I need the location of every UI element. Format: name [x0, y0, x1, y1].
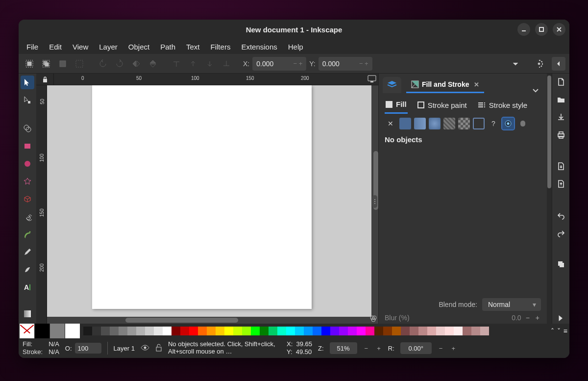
blur-increase-button[interactable]: +	[534, 314, 541, 322]
palette-swatch[interactable]	[418, 327, 427, 335]
y-input[interactable]: 0.000− +	[318, 57, 372, 71]
pencil-tool[interactable]	[21, 245, 34, 259]
stroke-style-subtab[interactable]: Stroke style	[477, 97, 528, 114]
more-commands-icon[interactable]	[556, 313, 566, 324]
paint-inherit-icon[interactable]	[517, 118, 529, 129]
select-all-icon[interactable]	[23, 57, 36, 71]
paint-flat-icon[interactable]	[399, 118, 411, 129]
color-manage-icon[interactable]	[368, 314, 378, 324]
palette-swatch[interactable]	[101, 327, 110, 335]
menu-view[interactable]: View	[68, 41, 93, 53]
display-mode-icon[interactable]	[368, 75, 376, 84]
menu-text[interactable]: Text	[181, 41, 205, 53]
shape-builder-tool[interactable]	[21, 122, 34, 135]
new-document-icon[interactable]	[556, 76, 566, 87]
palette-prev-icon[interactable]: ˄	[551, 327, 554, 335]
raise-icon[interactable]	[186, 57, 200, 71]
toolbar-collapse-button[interactable]	[552, 57, 565, 71]
paint-unset-icon[interactable]	[502, 118, 514, 129]
palette-swatch[interactable]	[277, 327, 286, 335]
raise-top-icon[interactable]	[170, 57, 183, 71]
selector-tool[interactable]	[21, 76, 34, 89]
ruler-lock-icon[interactable]	[36, 74, 54, 85]
palette-next-icon[interactable]: ˅	[557, 327, 561, 335]
palette-swatch[interactable]	[172, 327, 180, 335]
palette-swatch[interactable]	[83, 327, 92, 335]
dock-handle-icon[interactable]	[372, 195, 377, 208]
redo-icon[interactable]	[556, 228, 566, 238]
palette-none-swatch[interactable]	[20, 324, 34, 338]
palette-swatch[interactable]	[119, 327, 127, 335]
close-button[interactable]	[553, 23, 565, 36]
3dbox-tool[interactable]	[21, 192, 34, 206]
calligraphy-tool[interactable]	[21, 263, 34, 277]
stroke-paint-subtab[interactable]: Stroke paint	[416, 97, 468, 114]
undo-icon[interactable]	[556, 210, 566, 221]
rotation-dec-button[interactable]: −	[438, 345, 444, 352]
palette-swatch[interactable]	[357, 327, 366, 335]
horizontal-scrollbar[interactable]	[125, 318, 238, 323]
paint-mesh-icon[interactable]	[458, 118, 470, 129]
close-tab-icon[interactable]: ✕	[474, 81, 479, 88]
flip-horizontal-icon[interactable]	[129, 57, 143, 71]
palette-swatch[interactable]	[207, 327, 216, 335]
palette-swatch[interactable]	[445, 327, 454, 335]
fill-subtab[interactable]: Fill	[385, 97, 408, 114]
palette-swatch[interactable]	[163, 327, 172, 335]
rotation-input[interactable]: 0.00°	[400, 342, 432, 354]
palette-swatch[interactable]	[304, 327, 313, 335]
palette-swatch[interactable]	[471, 327, 480, 335]
palette-gray-swatch[interactable]	[50, 324, 65, 338]
select-all-layers-icon[interactable]	[39, 57, 53, 71]
menu-object[interactable]: Object	[123, 41, 154, 53]
deselect-icon[interactable]	[56, 57, 70, 71]
menu-filters[interactable]: Filters	[206, 41, 236, 53]
copy-icon[interactable]	[556, 259, 566, 270]
ruler-vertical[interactable]: 50 100 150 200	[36, 85, 47, 324]
minimize-button[interactable]	[517, 23, 530, 36]
rotation-inc-button[interactable]: +	[450, 345, 457, 352]
paint-linear-gradient-icon[interactable]	[414, 118, 426, 129]
spiral-tool[interactable]	[21, 210, 34, 224]
palette-swatch[interactable]	[189, 327, 198, 335]
palette-swatch[interactable]	[339, 327, 348, 335]
paint-swatch-icon[interactable]	[473, 118, 485, 129]
menu-file[interactable]: File	[22, 41, 43, 53]
palette-swatch[interactable]	[127, 327, 136, 335]
text-tool[interactable]: A	[21, 280, 34, 294]
palette-swatch[interactable]	[392, 327, 401, 335]
palette-swatch[interactable]	[436, 327, 445, 335]
blend-mode-select[interactable]: Normal	[482, 298, 541, 311]
palette-swatch[interactable]	[454, 327, 463, 335]
toggle-selection-icon[interactable]	[73, 57, 86, 71]
dimensions-dropdown-icon[interactable]	[509, 57, 522, 71]
palette-swatch[interactable]	[269, 327, 277, 335]
palette-swatch[interactable]	[260, 327, 269, 335]
palette-swatch[interactable]	[463, 327, 471, 335]
rotate-ccw-icon[interactable]	[96, 57, 110, 71]
palette-menu-icon[interactable]: ≡	[564, 327, 566, 335]
circle-tool[interactable]	[21, 157, 34, 171]
palette-swatch[interactable]	[286, 327, 295, 335]
palette-swatch[interactable]	[136, 327, 145, 335]
menu-layer[interactable]: Layer	[94, 41, 122, 53]
blur-decrease-button[interactable]: −	[524, 314, 531, 322]
style-indicator[interactable]: Fill: Stroke:	[23, 340, 43, 356]
palette-swatch[interactable]	[410, 327, 418, 335]
palette-swatch[interactable]	[366, 327, 374, 335]
palette-swatch[interactable]	[242, 327, 251, 335]
x-input[interactable]: 0.000− +	[252, 57, 306, 71]
layer-lock-icon[interactable]	[155, 344, 162, 353]
print-document-icon[interactable]	[556, 129, 566, 140]
zoom-in-button[interactable]: +	[375, 345, 382, 352]
zoom-input[interactable]: 51%	[330, 342, 357, 354]
paint-unknown-icon[interactable]: ?	[488, 118, 499, 129]
palette-swatch[interactable]	[480, 327, 489, 335]
paint-none-icon[interactable]: ✕	[385, 118, 396, 129]
palette-swatch[interactable]	[313, 327, 321, 335]
layer-visibility-icon[interactable]	[141, 344, 149, 353]
gradient-tool[interactable]	[21, 307, 34, 321]
palette-swatch[interactable]	[92, 327, 101, 335]
rectangle-tool[interactable]	[21, 139, 34, 153]
export-icon[interactable]	[556, 178, 566, 189]
